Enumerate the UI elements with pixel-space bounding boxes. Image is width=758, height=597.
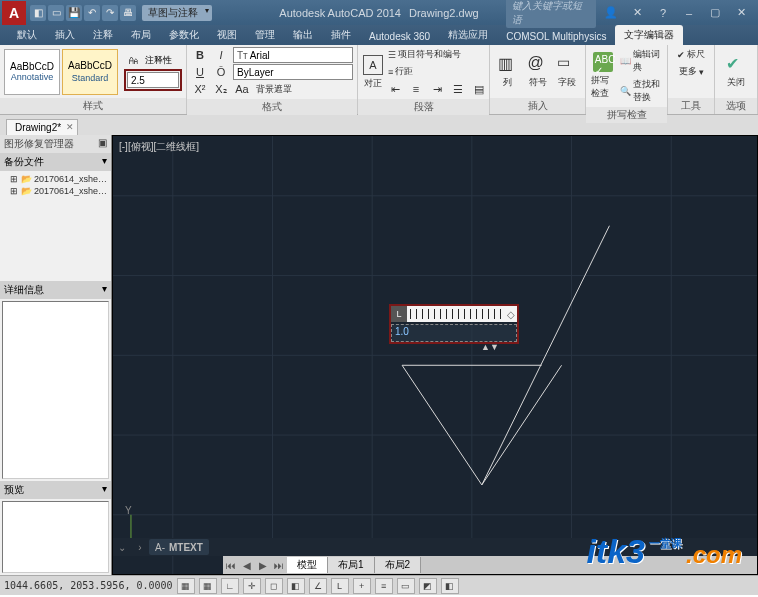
tree-item[interactable]: 20170614_xshe… xyxy=(2,173,109,185)
app-menu-button[interactable]: A xyxy=(2,1,26,25)
ribbon-tab[interactable]: COMSOL Multiphysics xyxy=(497,28,615,45)
superscript-button[interactable]: X² xyxy=(191,81,209,97)
bold-button[interactable]: B xyxy=(191,47,209,63)
edit-dictionary-button[interactable]: 📖 编辑词典 xyxy=(618,47,664,75)
layout-tab[interactable]: 布局1 xyxy=(328,557,375,573)
ruler-toggle[interactable]: ✔ 标尺 xyxy=(675,47,707,62)
mask-button[interactable]: 背景遮罩 xyxy=(254,82,294,97)
symbol-button[interactable]: @符号 xyxy=(524,49,552,95)
bullets-button[interactable]: ☰ 项目符号和编号 xyxy=(386,47,488,62)
maximize-button[interactable]: ▢ xyxy=(704,5,726,21)
layout-tab-model[interactable]: 模型 xyxy=(287,557,328,573)
align-center-icon[interactable]: ≡ xyxy=(407,81,425,97)
ribbon-tab[interactable]: 插入 xyxy=(46,25,84,45)
snap-toggle[interactable]: ▦ xyxy=(177,578,195,594)
layout-tab[interactable]: 布局2 xyxy=(375,557,422,573)
style-annotative[interactable]: AaBbCcD Annotative xyxy=(4,49,60,95)
backup-files-header[interactable]: 备份文件▾ xyxy=(0,153,111,171)
qat-open-icon[interactable]: ▭ xyxy=(48,5,64,21)
grid-toggle[interactable]: ▦ xyxy=(199,578,217,594)
align-justify-icon[interactable]: ☰ xyxy=(449,81,467,97)
ruler-ticks[interactable] xyxy=(410,309,502,319)
qat-redo-icon[interactable]: ↷ xyxy=(102,5,118,21)
ribbon-tab[interactable]: 插件 xyxy=(322,25,360,45)
overline-button[interactable]: Ō xyxy=(212,64,230,80)
columns-button[interactable]: ▥列 xyxy=(494,49,522,95)
ribbon-tab[interactable]: 参数化 xyxy=(160,25,208,45)
qat-print-icon[interactable]: 🖶 xyxy=(120,5,136,21)
ortho-toggle[interactable]: ∟ xyxy=(221,578,239,594)
align-dist-icon[interactable]: ▤ xyxy=(470,81,488,97)
qat-save-icon[interactable]: 💾 xyxy=(66,5,82,21)
ruler-corner-icon[interactable]: L xyxy=(391,306,407,322)
qat-undo-icon[interactable]: ↶ xyxy=(84,5,100,21)
dyn-toggle[interactable]: + xyxy=(353,578,371,594)
close-button[interactable]: ✕ xyxy=(730,5,752,21)
ribbon-tab[interactable]: 视图 xyxy=(208,25,246,45)
help-search-input[interactable]: 键入关键字或短语 xyxy=(506,0,596,28)
annotative-icon[interactable]: 🗛 xyxy=(124,52,142,68)
ribbon-tab-active[interactable]: 文字编辑器 xyxy=(615,25,683,45)
details-header[interactable]: 详细信息▾ xyxy=(0,281,111,299)
clear-format-button[interactable]: Aa xyxy=(233,81,251,97)
lwt-toggle[interactable]: ≡ xyxy=(375,578,393,594)
qat-new-icon[interactable]: ◧ xyxy=(30,5,46,21)
justify-button[interactable]: A 对正 xyxy=(362,49,384,95)
ribbon-tab[interactable]: 注释 xyxy=(84,25,122,45)
ribbon-tab[interactable]: Autodesk 360 xyxy=(360,28,439,45)
help-icon[interactable]: ? xyxy=(652,5,674,21)
font-dropdown[interactable]: Arial xyxy=(233,47,353,63)
close-editor-button[interactable]: ✔关闭 xyxy=(719,49,753,95)
ribbon-tab[interactable]: 布局 xyxy=(122,25,160,45)
polar-toggle[interactable]: ✛ xyxy=(243,578,261,594)
sign-in-icon[interactable]: 👤 xyxy=(600,5,622,21)
sc-toggle[interactable]: ◧ xyxy=(441,578,459,594)
underline-button[interactable]: U xyxy=(191,64,209,80)
layout-nav-next-icon[interactable]: ▶ xyxy=(255,560,271,571)
layer-color-dropdown[interactable] xyxy=(233,64,353,80)
3dosnap-toggle[interactable]: ◧ xyxy=(287,578,305,594)
tree-item[interactable]: 20170614_xshe… xyxy=(2,185,109,197)
qp-toggle[interactable]: ◩ xyxy=(419,578,437,594)
close-doc-icon[interactable]: ✕ xyxy=(66,122,74,132)
viewport-label[interactable]: [-][俯视][二维线框] xyxy=(119,140,199,154)
backup-tree[interactable]: 20170614_xshe… 20170614_xshe… xyxy=(0,171,111,281)
ribbon-tab[interactable]: 输出 xyxy=(284,25,322,45)
mtext-input[interactable]: 1.0 xyxy=(391,324,517,342)
palette-close-icon[interactable]: ▣ xyxy=(98,137,107,151)
osnap-toggle[interactable]: ◻ xyxy=(265,578,283,594)
tpy-toggle[interactable]: ▭ xyxy=(397,578,415,594)
align-left-icon[interactable]: ⇤ xyxy=(386,81,404,97)
ribbon-tab[interactable]: 精选应用 xyxy=(439,25,497,45)
column-grip-icon[interactable]: ▲▼ xyxy=(481,342,499,352)
ducs-toggle[interactable]: L xyxy=(331,578,349,594)
exchange-icon[interactable]: ✕ xyxy=(626,5,648,21)
align-right-icon[interactable]: ⇥ xyxy=(428,81,446,97)
cmd-history-icon[interactable]: ⌄ xyxy=(113,542,131,553)
minimize-button[interactable]: – xyxy=(678,5,700,21)
layout-nav-last-icon[interactable]: ⏭ xyxy=(271,560,287,571)
ribbon-tab[interactable]: 管理 xyxy=(246,25,284,45)
style-standard[interactable]: AaBbCcD Standard xyxy=(62,49,118,95)
italic-button[interactable]: I xyxy=(212,47,230,63)
coordinates-readout[interactable]: 1044.6605, 2053.5956, 0.0000 xyxy=(4,580,173,591)
preview-header[interactable]: 预览▾ xyxy=(0,481,111,499)
spellcheck-button[interactable]: ABC✓拼写检查 xyxy=(590,53,616,99)
field-button[interactable]: ▭字段 xyxy=(553,49,581,95)
ribbon-tab[interactable]: 默认 xyxy=(8,25,46,45)
document-tab[interactable]: Drawing2*✕ xyxy=(6,119,78,135)
cmd-expand-icon[interactable]: › xyxy=(131,542,149,553)
subscript-button[interactable]: X₂ xyxy=(212,81,230,97)
command-line[interactable]: ⌄ › A- MTEXT xyxy=(113,538,757,556)
drawing-canvas[interactable]: [-][俯视][二维线框] Y X L ◇ 1.0 ▲▼ ⌄ › A- MTEX… xyxy=(112,135,758,575)
find-replace-button[interactable]: 🔍 查找和替换 xyxy=(618,77,664,105)
mtext-ruler[interactable]: L ◇ xyxy=(391,306,517,322)
otrack-toggle[interactable]: ∠ xyxy=(309,578,327,594)
workspace-dropdown[interactable]: 草图与注释 xyxy=(142,5,212,21)
linespacing-button[interactable]: ≡ 行距 xyxy=(386,64,488,79)
text-height-input[interactable] xyxy=(127,72,179,88)
more-button[interactable]: 更多 ▾ xyxy=(677,64,706,79)
ruler-width-grip-icon[interactable]: ◇ xyxy=(505,309,517,320)
layout-nav-prev-icon[interactable]: ◀ xyxy=(239,560,255,571)
layout-nav-first-icon[interactable]: ⏮ xyxy=(223,560,239,571)
